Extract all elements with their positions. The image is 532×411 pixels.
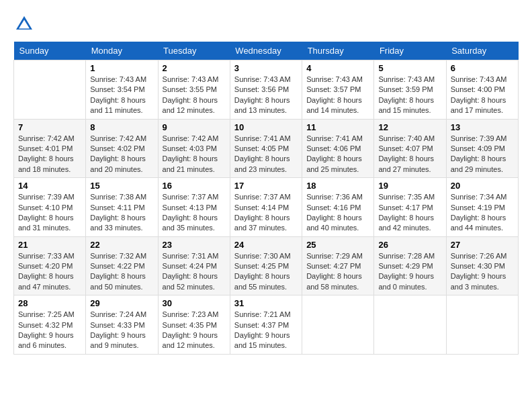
- day-cell: 12Sunrise: 7:40 AMSunset: 4:07 PMDayligh…: [374, 119, 446, 178]
- day-cell: 2Sunrise: 7:43 AMSunset: 3:55 PMDaylight…: [158, 60, 230, 120]
- day-number: 15: [90, 181, 153, 191]
- week-row-1: 1Sunrise: 7:43 AMSunset: 3:54 PMDaylight…: [14, 60, 519, 120]
- day-number: 6: [451, 63, 514, 73]
- day-number: 23: [163, 240, 226, 250]
- cell-info: Sunrise: 7:34 AMSunset: 4:19 PMDaylight:…: [451, 192, 514, 234]
- day-cell: 28Sunrise: 7:25 AMSunset: 4:32 PMDayligh…: [14, 295, 86, 355]
- column-headers: SundayMondayTuesdayWednesdayThursdayFrid…: [14, 42, 519, 60]
- cell-info: Sunrise: 7:39 AMSunset: 4:09 PMDaylight:…: [451, 134, 514, 175]
- day-cell: 4Sunrise: 7:43 AMSunset: 3:57 PMDaylight…: [302, 60, 374, 120]
- cell-info: Sunrise: 7:26 AMSunset: 4:30 PMDaylight:…: [451, 251, 514, 293]
- day-number: 26: [378, 240, 441, 250]
- week-row-2: 7Sunrise: 7:42 AMSunset: 4:01 PMDaylight…: [14, 119, 519, 178]
- day-number: 8: [90, 122, 153, 132]
- day-cell: [446, 295, 518, 355]
- day-cell: 27Sunrise: 7:26 AMSunset: 4:30 PMDayligh…: [446, 236, 518, 295]
- day-cell: 21Sunrise: 7:33 AMSunset: 4:20 PMDayligh…: [14, 236, 86, 295]
- page-header: [13, 13, 519, 35]
- day-number: 14: [18, 181, 81, 191]
- week-row-3: 14Sunrise: 7:39 AMSunset: 4:10 PMDayligh…: [14, 178, 519, 237]
- column-header-thursday: Thursday: [302, 42, 374, 60]
- day-number: 16: [163, 181, 226, 191]
- day-cell: 31Sunrise: 7:21 AMSunset: 4:37 PMDayligh…: [230, 295, 302, 355]
- day-cell: 29Sunrise: 7:24 AMSunset: 4:33 PMDayligh…: [86, 295, 158, 355]
- day-number: 5: [378, 63, 441, 73]
- day-cell: 14Sunrise: 7:39 AMSunset: 4:10 PMDayligh…: [14, 178, 86, 237]
- day-cell: 15Sunrise: 7:38 AMSunset: 4:11 PMDayligh…: [86, 178, 158, 237]
- cell-info: Sunrise: 7:42 AMSunset: 4:03 PMDaylight:…: [163, 134, 226, 175]
- day-number: 25: [306, 240, 369, 250]
- cell-info: Sunrise: 7:43 AMSunset: 3:54 PMDaylight:…: [90, 75, 153, 116]
- day-cell: 1Sunrise: 7:43 AMSunset: 3:54 PMDaylight…: [86, 60, 158, 120]
- day-cell: 26Sunrise: 7:28 AMSunset: 4:29 PMDayligh…: [374, 236, 446, 295]
- day-cell: 9Sunrise: 7:42 AMSunset: 4:03 PMDaylight…: [158, 119, 230, 178]
- day-cell: 22Sunrise: 7:32 AMSunset: 4:22 PMDayligh…: [86, 236, 158, 295]
- cell-info: Sunrise: 7:38 AMSunset: 4:11 PMDaylight:…: [90, 192, 153, 234]
- day-cell: 6Sunrise: 7:43 AMSunset: 4:00 PMDaylight…: [446, 60, 518, 120]
- day-number: 12: [378, 122, 441, 132]
- cell-info: Sunrise: 7:29 AMSunset: 4:27 PMDaylight:…: [306, 251, 369, 293]
- cell-info: Sunrise: 7:25 AMSunset: 4:32 PMDaylight:…: [18, 310, 81, 351]
- day-number: 4: [306, 63, 369, 73]
- cell-info: Sunrise: 7:42 AMSunset: 4:01 PMDaylight:…: [18, 134, 81, 175]
- day-number: 11: [306, 122, 369, 132]
- cell-info: Sunrise: 7:24 AMSunset: 4:33 PMDaylight:…: [90, 310, 153, 351]
- day-cell: 11Sunrise: 7:41 AMSunset: 4:06 PMDayligh…: [302, 119, 374, 178]
- day-number: 31: [234, 298, 298, 308]
- day-cell: 16Sunrise: 7:37 AMSunset: 4:13 PMDayligh…: [158, 178, 230, 237]
- day-number: 30: [163, 298, 226, 308]
- day-number: 24: [234, 240, 298, 250]
- cell-info: Sunrise: 7:31 AMSunset: 4:24 PMDaylight:…: [163, 251, 226, 293]
- cell-info: Sunrise: 7:43 AMSunset: 3:59 PMDaylight:…: [378, 75, 441, 116]
- cell-info: Sunrise: 7:36 AMSunset: 4:16 PMDaylight:…: [306, 192, 369, 234]
- calendar-table: SundayMondayTuesdayWednesdayThursdayFrid…: [13, 42, 519, 355]
- cell-info: Sunrise: 7:33 AMSunset: 4:20 PMDaylight:…: [18, 251, 81, 293]
- day-number: 1: [90, 63, 153, 73]
- column-header-sunday: Sunday: [14, 42, 86, 60]
- cell-info: Sunrise: 7:43 AMSunset: 3:57 PMDaylight:…: [306, 75, 369, 116]
- day-cell: 23Sunrise: 7:31 AMSunset: 4:24 PMDayligh…: [158, 236, 230, 295]
- day-number: 3: [234, 63, 298, 73]
- cell-info: Sunrise: 7:43 AMSunset: 3:56 PMDaylight:…: [234, 75, 298, 116]
- day-cell: 18Sunrise: 7:36 AMSunset: 4:16 PMDayligh…: [302, 178, 374, 237]
- cell-info: Sunrise: 7:41 AMSunset: 4:05 PMDaylight:…: [234, 134, 298, 175]
- calendar-body: 1Sunrise: 7:43 AMSunset: 3:54 PMDaylight…: [14, 60, 519, 355]
- cell-info: Sunrise: 7:42 AMSunset: 4:02 PMDaylight:…: [90, 134, 153, 175]
- day-number: 29: [90, 298, 153, 308]
- day-number: 9: [163, 122, 226, 132]
- cell-info: Sunrise: 7:40 AMSunset: 4:07 PMDaylight:…: [378, 134, 441, 175]
- day-number: 19: [378, 181, 441, 191]
- cell-info: Sunrise: 7:39 AMSunset: 4:10 PMDaylight:…: [18, 192, 81, 234]
- cell-info: Sunrise: 7:35 AMSunset: 4:17 PMDaylight:…: [378, 192, 441, 234]
- column-header-saturday: Saturday: [446, 42, 518, 60]
- day-number: 20: [451, 181, 514, 191]
- cell-info: Sunrise: 7:21 AMSunset: 4:37 PMDaylight:…: [234, 310, 298, 351]
- cell-info: Sunrise: 7:32 AMSunset: 4:22 PMDaylight:…: [90, 251, 153, 293]
- day-number: 13: [451, 122, 514, 132]
- day-cell: 5Sunrise: 7:43 AMSunset: 3:59 PMDaylight…: [374, 60, 446, 120]
- logo-icon: [13, 13, 35, 35]
- day-cell: 7Sunrise: 7:42 AMSunset: 4:01 PMDaylight…: [14, 119, 86, 178]
- cell-info: Sunrise: 7:28 AMSunset: 4:29 PMDaylight:…: [378, 251, 441, 293]
- cell-info: Sunrise: 7:43 AMSunset: 4:00 PMDaylight:…: [451, 75, 514, 116]
- logo: [13, 13, 38, 35]
- day-cell: 25Sunrise: 7:29 AMSunset: 4:27 PMDayligh…: [302, 236, 374, 295]
- day-number: 27: [451, 240, 514, 250]
- day-cell: 20Sunrise: 7:34 AMSunset: 4:19 PMDayligh…: [446, 178, 518, 237]
- day-number: 22: [90, 240, 153, 250]
- cell-info: Sunrise: 7:37 AMSunset: 4:13 PMDaylight:…: [163, 192, 226, 234]
- day-number: 2: [163, 63, 226, 73]
- column-header-monday: Monday: [86, 42, 158, 60]
- day-cell: [14, 60, 86, 120]
- day-cell: [302, 295, 374, 355]
- week-row-5: 28Sunrise: 7:25 AMSunset: 4:32 PMDayligh…: [14, 295, 519, 355]
- day-cell: 24Sunrise: 7:30 AMSunset: 4:25 PMDayligh…: [230, 236, 302, 295]
- day-number: 21: [18, 240, 81, 250]
- column-header-wednesday: Wednesday: [230, 42, 302, 60]
- day-cell: 13Sunrise: 7:39 AMSunset: 4:09 PMDayligh…: [446, 119, 518, 178]
- day-number: 10: [234, 122, 298, 132]
- column-header-tuesday: Tuesday: [158, 42, 230, 60]
- day-cell: [374, 295, 446, 355]
- day-cell: 17Sunrise: 7:37 AMSunset: 4:14 PMDayligh…: [230, 178, 302, 237]
- day-cell: 8Sunrise: 7:42 AMSunset: 4:02 PMDaylight…: [86, 119, 158, 178]
